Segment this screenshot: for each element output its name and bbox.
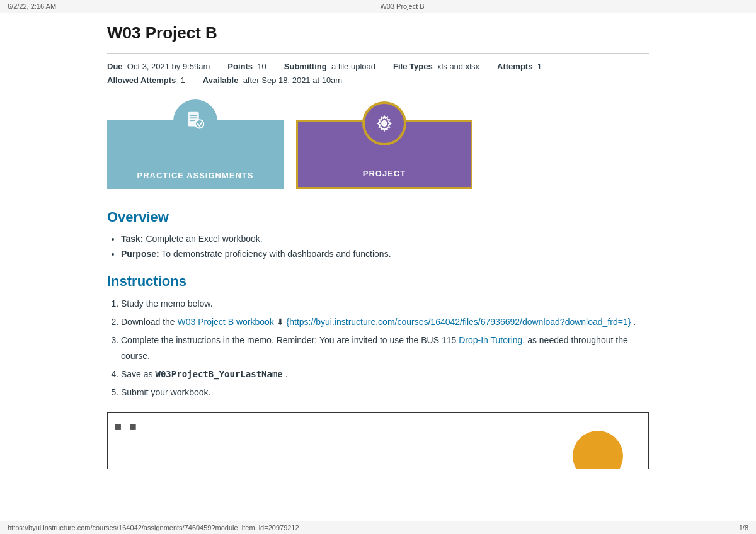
instruction-2-download-icon: ⬇: [277, 317, 287, 327]
meta-row-1: Due Oct 3, 2021 by 9:59am Points 10 Subm…: [107, 60, 649, 74]
page-content: W03 Project B Due Oct 3, 2021 by 9:59am …: [94, 13, 662, 494]
meta-allowed-attempts-label: Allowed Attempts: [107, 76, 176, 85]
bottom-dots: ■ ■: [114, 419, 139, 434]
meta-allowed-attempts-value: 1: [181, 76, 185, 85]
instruction-4-filename: W03ProjectB_YourLastName: [155, 369, 282, 379]
bottom-preview-box: ■ ■: [107, 412, 649, 469]
instruction-1-text: Study the memo below.: [121, 298, 213, 309]
meta-points-value: 10: [257, 62, 266, 71]
meta-file-types: File Types xls and xlsx: [393, 60, 479, 74]
workbook-link[interactable]: W03 Project B workbook: [178, 317, 274, 327]
page-title: W03 Project B: [107, 23, 649, 43]
list-item: Complete the instructions in the memo. R…: [121, 332, 649, 365]
overview-title: Overview: [107, 209, 649, 225]
meta-points: Points 10: [227, 60, 266, 74]
meta-bar: Due Oct 3, 2021 by 9:59am Points 10 Subm…: [107, 53, 649, 94]
instruction-2-suffix: .: [633, 317, 636, 327]
instruction-5-text: Submit your workbook.: [121, 387, 210, 397]
instruction-4-prefix: Save as: [121, 369, 155, 379]
meta-due-label: Due: [107, 62, 123, 71]
practice-icon-circle: [173, 99, 217, 144]
meta-submitting-value: a file upload: [331, 62, 375, 71]
list-item: Submit your workbook.: [121, 385, 649, 401]
meta-attempts-label: Attempts: [497, 62, 532, 71]
bottom-circle-decoration: [573, 431, 623, 469]
meta-due-value: Oct 3, 2021 by 9:59am: [127, 62, 210, 71]
meta-points-label: Points: [227, 62, 253, 71]
overview-task-text: Complete an Excel workbook.: [146, 234, 262, 244]
browser-bar: 6/2/22, 2:16 AM W03 Project B: [0, 0, 756, 13]
project-icon-circle: [362, 101, 406, 145]
meta-submitting: Submitting a file upload: [284, 60, 375, 74]
badges-row: PRACTICE ASSIGNMENTS PROJECT: [107, 120, 649, 189]
meta-file-types-label: File Types: [393, 62, 433, 71]
practice-badge-label: PRACTICE ASSIGNMENTS: [137, 171, 254, 180]
project-badge-label: PROJECT: [363, 169, 406, 178]
overview-item-task: Task: Complete an Excel workbook.: [121, 232, 649, 247]
overview-purpose-label: Purpose:: [121, 249, 159, 259]
overview-task-label: Task:: [121, 234, 144, 244]
meta-attempts: Attempts 1: [497, 60, 542, 74]
meta-attempts-value: 1: [537, 62, 542, 71]
overview-list: Task: Complete an Excel workbook. Purpos…: [121, 232, 649, 262]
svg-point-4: [195, 120, 203, 128]
tutoring-link[interactable]: Drop-In Tutoring,: [459, 335, 525, 345]
list-item: Download the W03 Project B workbook ⬇ {h…: [121, 314, 649, 331]
instructions-title: Instructions: [107, 273, 649, 290]
instructions-list: Study the memo below. Download the W03 P…: [121, 296, 649, 401]
list-item: Save as W03ProjectB_YourLastName .: [121, 366, 649, 383]
browser-tab-title: W03 Project B: [380, 3, 424, 10]
badge-practice[interactable]: PRACTICE ASSIGNMENTS: [107, 120, 284, 189]
meta-file-types-value: xls and xlsx: [437, 62, 479, 71]
instruction-2-prefix: Download the: [121, 317, 178, 327]
meta-due: Due Oct 3, 2021 by 9:59am: [107, 60, 210, 74]
badge-project[interactable]: PROJECT: [296, 120, 472, 189]
project-icon: [372, 111, 396, 135]
overview-purpose-text: To demonstrate proficiency with dashboar…: [161, 249, 391, 259]
meta-allowed-attempts: Allowed Attempts 1: [107, 74, 185, 88]
meta-available-value: after Sep 18, 2021 at 10am: [243, 76, 343, 85]
instruction-3-prefix: Complete the instructions in the memo. R…: [121, 335, 459, 345]
instruction-4-suffix: .: [285, 369, 288, 379]
meta-available: Available after Sep 18, 2021 at 10am: [203, 74, 342, 88]
browser-timestamp: 6/2/22, 2:16 AM: [8, 3, 56, 10]
workbook-url-link[interactable]: {https://byui.instructure.com/courses/16…: [287, 317, 631, 327]
overview-item-purpose: Purpose: To demonstrate proficiency with…: [121, 247, 649, 262]
meta-available-label: Available: [203, 76, 239, 85]
list-item: Study the memo below.: [121, 296, 649, 312]
meta-row-2: Allowed Attempts 1 Available after Sep 1…: [107, 74, 649, 88]
practice-assignments-icon: [183, 110, 207, 134]
meta-submitting-label: Submitting: [284, 62, 327, 71]
